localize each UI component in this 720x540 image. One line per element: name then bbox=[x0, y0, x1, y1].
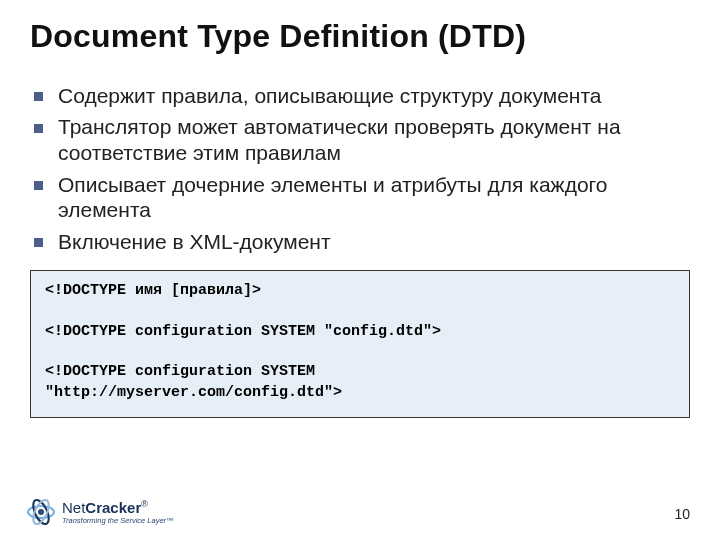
logo-mark-icon bbox=[26, 498, 56, 526]
logo: NetCracker® Transforming the Service Lay… bbox=[26, 498, 174, 526]
brand-prefix: Net bbox=[62, 499, 85, 516]
list-item: Содержит правила, описывающие структуру … bbox=[30, 83, 690, 109]
logo-text: NetCracker® Transforming the Service Lay… bbox=[62, 500, 174, 525]
slide: Document Type Definition (DTD) Содержит … bbox=[0, 0, 720, 540]
footer: NetCracker® Transforming the Service Lay… bbox=[0, 486, 720, 526]
list-item: Транслятор может автоматически проверять… bbox=[30, 114, 690, 165]
registered-mark: ® bbox=[141, 499, 148, 509]
slide-title: Document Type Definition (DTD) bbox=[30, 18, 690, 55]
brand-tagline: Transforming the Service Layer™ bbox=[62, 517, 174, 525]
brand-name: NetCracker® bbox=[62, 500, 174, 515]
brand-bold: Cracker bbox=[85, 499, 141, 516]
bullet-list: Содержит правила, описывающие структуру … bbox=[30, 83, 690, 255]
page-number: 10 bbox=[674, 506, 690, 522]
list-item: Включение в XML-документ bbox=[30, 229, 690, 255]
code-example: <!DOCTYPE имя [правила]> <!DOCTYPE confi… bbox=[30, 270, 690, 418]
svg-point-3 bbox=[38, 509, 44, 515]
list-item: Описывает дочерние элементы и атрибуты д… bbox=[30, 172, 690, 223]
